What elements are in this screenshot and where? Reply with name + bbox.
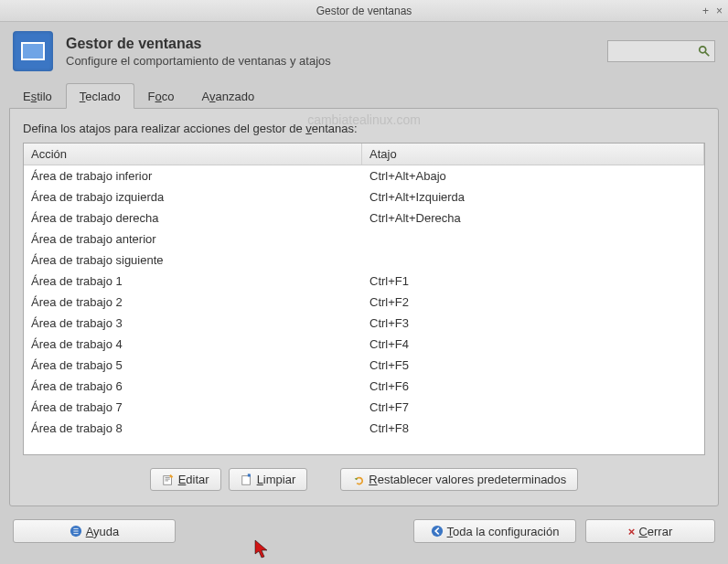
cell-action: Área de trabajo 3 (24, 315, 362, 331)
cell-action: Área de trabajo 2 (24, 294, 362, 310)
cell-action: Área de trabajo 6 (24, 378, 362, 394)
cell-shortcut: Ctrl+F3 (362, 315, 704, 331)
minimize-icon[interactable]: + (702, 5, 709, 17)
table-row[interactable]: Área de trabajo 3Ctrl+F3 (24, 313, 704, 334)
table-row[interactable]: Área de trabajo 1Ctrl+F1 (24, 271, 704, 292)
cell-action: Área de trabajo inferior (24, 168, 362, 184)
search-input[interactable] (607, 40, 715, 62)
shortcuts-table[interactable]: Acción Atajo Área de trabajo inferiorCtr… (23, 143, 705, 455)
tab-avanzado[interactable]: Avanzado (188, 83, 269, 108)
window-title: Gestor de ventanas (316, 5, 412, 17)
table-row[interactable]: Área de trabajo 4Ctrl+F4 (24, 334, 704, 355)
page-subtitle: Configure el comportamiento de ventanas … (66, 54, 594, 68)
cell-action: Área de trabajo 7 (24, 399, 362, 415)
cell-action: Área de trabajo siguiente (24, 252, 362, 268)
table-row[interactable]: Área de trabajo inferiorCtrl+Alt+Abajo (24, 165, 704, 186)
tab-panel: cambiatealinux.com Defina los atajos par… (9, 108, 719, 506)
cell-shortcut (362, 231, 704, 247)
search-icon (698, 45, 711, 58)
help-button[interactable]: Ayuda (13, 519, 176, 543)
tab-teclado[interactable]: Teclado (66, 83, 134, 109)
cell-action: Área de trabajo 4 (24, 336, 362, 352)
tab-foco[interactable]: Foco (134, 83, 188, 108)
column-header-action[interactable]: Acción (24, 144, 362, 165)
cell-action: Área de trabajo anterior (24, 231, 362, 247)
cell-action: Área de trabajo derecha (24, 210, 362, 226)
help-icon (70, 525, 82, 537)
cell-shortcut: Ctrl+F8 (362, 420, 704, 436)
cell-shortcut: Ctrl+F4 (362, 336, 704, 352)
titlebar: Gestor de ventanas + × (0, 0, 728, 22)
table-row[interactable]: Área de trabajo derechaCtrl+Alt+Derecha (24, 208, 704, 229)
table-row[interactable]: Área de trabajo 6Ctrl+F6 (24, 376, 704, 397)
clear-button[interactable]: Limpiar (229, 468, 308, 491)
edit-button[interactable]: Editar (150, 468, 221, 491)
cell-shortcut: Ctrl+Alt+Derecha (362, 210, 704, 226)
cell-shortcut: Ctrl+F6 (362, 378, 704, 394)
close-icon[interactable]: × (716, 5, 723, 17)
table-row[interactable]: Área de trabajo 8Ctrl+F8 (24, 418, 704, 439)
header: Gestor de ventanas Configure el comporta… (0, 22, 728, 77)
svg-point-0 (700, 47, 706, 53)
instruction-text: Defina los atajos para realizar acciones… (23, 122, 705, 135)
cell-action: Área de trabajo 8 (24, 420, 362, 436)
table-row[interactable]: Área de trabajo izquierdaCtrl+Alt+Izquie… (24, 186, 704, 208)
svg-line-1 (705, 52, 709, 56)
clear-icon (241, 474, 253, 486)
cell-shortcut: Ctrl+F5 (362, 357, 704, 373)
table-row[interactable]: Área de trabajo 2Ctrl+F2 (24, 292, 704, 313)
edit-icon (162, 474, 175, 486)
table-row[interactable]: Área de trabajo anterior (24, 229, 704, 250)
cell-shortcut: Ctrl+F1 (362, 273, 704, 289)
table-row[interactable]: Área de trabajo 5Ctrl+F5 (24, 355, 704, 376)
undo-icon (352, 474, 365, 486)
page-title: Gestor de ventanas (66, 36, 594, 52)
table-row[interactable]: Área de trabajo siguiente (24, 250, 704, 271)
window-manager-icon (13, 31, 53, 71)
cell-action: Área de trabajo 1 (24, 273, 362, 289)
reset-defaults-button[interactable]: Restablecer valores predeterminados (340, 468, 578, 491)
cell-action: Área de trabajo 5 (24, 357, 362, 373)
cell-shortcut: Ctrl+Alt+Abajo (362, 168, 704, 184)
back-icon (431, 525, 444, 537)
footer: Ayuda Toda la configuración × Cerrar (0, 516, 728, 552)
tab-estilo[interactable]: Estilo (9, 83, 66, 108)
cell-shortcut (362, 252, 704, 268)
cell-shortcut: Ctrl+Alt+Izquierda (362, 189, 704, 205)
close-x-icon: × (628, 525, 636, 538)
cell-shortcut: Ctrl+F2 (362, 294, 704, 310)
table-row[interactable]: Área de trabajo 7Ctrl+F7 (24, 397, 704, 418)
svg-rect-3 (241, 475, 250, 484)
cell-shortcut: Ctrl+F7 (362, 399, 704, 415)
cell-action: Área de trabajo izquierda (24, 189, 362, 205)
close-button[interactable]: × Cerrar (585, 519, 715, 543)
svg-point-6 (431, 526, 442, 537)
tab-bar: Estilo Teclado Foco Avanzado (9, 82, 719, 108)
all-settings-button[interactable]: Toda la configuración (413, 519, 576, 543)
column-header-shortcut[interactable]: Atajo (362, 144, 704, 165)
